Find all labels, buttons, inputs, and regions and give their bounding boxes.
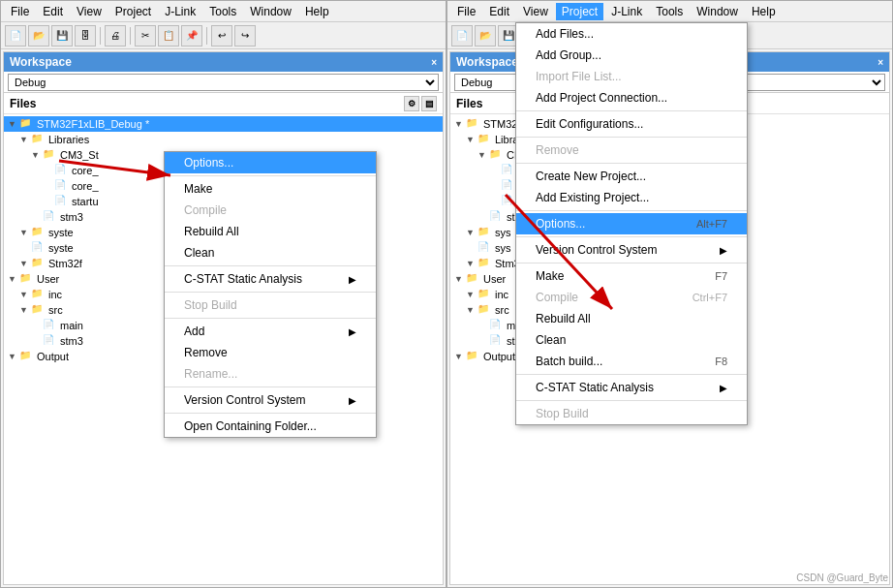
right-menu-window[interactable]: Window	[691, 3, 744, 20]
left-files-icon-config[interactable]: ⚙	[404, 96, 419, 111]
right-toolbar-new[interactable]: 📄	[451, 25, 473, 46]
left-toolbar-undo[interactable]: ↩	[211, 25, 232, 46]
left-menu-window[interactable]: Window	[244, 3, 297, 20]
dd-add-files[interactable]: Add Files...	[516, 23, 747, 45]
left-toolbar-new[interactable]: 📄	[5, 25, 26, 46]
dd-create-new-label: Create New Project...	[536, 170, 646, 183]
dd-cstat-arrow: ▶	[720, 383, 727, 393]
ctx-cstat[interactable]: C-STAT Static Analysis ▶	[165, 268, 376, 290]
ctx-add[interactable]: Add ▶	[165, 321, 376, 342]
ctx-open-folder[interactable]: Open Containing Folder...	[165, 416, 376, 437]
ctx-options-label: Options...	[184, 156, 233, 170]
tree-item-label: User	[483, 273, 506, 285]
right-toolbar-open[interactable]: 📂	[475, 25, 496, 46]
tree-item[interactable]: ▼ 📁 STM32F1xLIB_Debug *	[4, 116, 443, 132]
folder-icon: 📁	[477, 257, 493, 270]
left-toolbar-paste[interactable]: 📌	[181, 25, 202, 46]
dd-batch-build[interactable]: Batch build... F8	[516, 351, 747, 372]
dd-make[interactable]: Make F7	[516, 265, 747, 287]
tree-item-label: stm3	[60, 335, 83, 347]
tree-expand-icon: ▼	[8, 352, 19, 361]
ctx-sep1	[165, 175, 376, 176]
folder-icon: 📁	[477, 133, 493, 146]
left-menu-jlink[interactable]: J-Link	[159, 3, 201, 20]
left-toolbar-cut[interactable]: ✂	[135, 25, 156, 46]
folder-icon: 📁	[43, 148, 58, 162]
left-menu-file[interactable]: File	[5, 3, 35, 20]
ctx-clean[interactable]: Clean	[165, 242, 376, 263]
left-toolbar-print[interactable]: 🖨	[105, 25, 126, 46]
dd-add-project-conn[interactable]: Add Project Connection...	[516, 87, 747, 108]
dd-edit-configs[interactable]: Edit Configurations...	[516, 113, 747, 135]
ide-container: File Edit View Project J-Link Tools Wind…	[0, 0, 893, 588]
left-toolbar-saveall[interactable]: 🗄	[75, 25, 96, 46]
tree-item-label: Libraries	[48, 134, 89, 145]
file-icon: 📄	[54, 195, 70, 208]
right-menu-file[interactable]: File	[451, 3, 481, 20]
ctx-make[interactable]: Make	[165, 178, 376, 200]
dd-compile-label: Compile	[536, 291, 578, 304]
left-debug-select[interactable]: Debug	[8, 74, 439, 91]
ctx-remove[interactable]: Remove	[165, 342, 376, 363]
right-menu-edit[interactable]: Edit	[483, 3, 515, 20]
right-menu-jlink[interactable]: J-Link	[605, 3, 648, 20]
folder-icon: 📁	[19, 117, 35, 131]
ctx-rebuild-all[interactable]: Rebuild All	[165, 221, 376, 242]
right-menu-tools[interactable]: Tools	[650, 3, 689, 20]
left-toolbar-open[interactable]: 📂	[28, 25, 49, 46]
ctx-rebuild-all-label: Rebuild All	[184, 225, 239, 238]
left-menu-edit[interactable]: Edit	[37, 3, 69, 20]
right-menu-project[interactable]: Project	[556, 3, 603, 20]
dd-rebuild-all[interactable]: Rebuild All	[516, 308, 747, 329]
dd-make-label: Make	[536, 269, 564, 283]
left-debug-dropdown: Debug	[4, 72, 443, 93]
folder-icon: 📁	[31, 303, 46, 317]
left-files-icon-expand[interactable]: ▤	[421, 96, 437, 111]
right-menu-help[interactable]: Help	[746, 3, 782, 20]
dd-create-new[interactable]: Create New Project...	[516, 166, 747, 187]
dd-cstat[interactable]: C-STAT Static Analysis ▶	[516, 377, 747, 398]
dd-edit-configs-label: Edit Configurations...	[536, 117, 643, 131]
dd-add-project-conn-label: Add Project Connection...	[536, 91, 667, 105]
dd-remove-label: Remove	[536, 143, 579, 157]
ctx-sep3	[165, 292, 376, 293]
dd-options-shortcut: Alt+F7	[696, 218, 727, 230]
left-workspace-label: Workspace	[10, 55, 72, 69]
tree-item-label: CM3_St	[60, 149, 99, 161]
file-icon: 📄	[54, 179, 70, 193]
dd-sep5	[516, 236, 747, 237]
tree-item-label: User	[37, 273, 59, 285]
folder-icon: 📁	[31, 133, 46, 146]
dd-add-existing-label: Add Existing Project...	[536, 191, 649, 204]
left-toolbar-copy[interactable]: 📋	[158, 25, 179, 46]
folder-icon: 📁	[466, 117, 481, 131]
tree-item-label: inc	[48, 289, 62, 300]
right-workspace-close[interactable]: ×	[878, 57, 883, 68]
left-menu-project[interactable]: Project	[109, 3, 157, 20]
ctx-rename-label: Rename...	[184, 367, 237, 381]
dd-add-existing[interactable]: Add Existing Project...	[516, 187, 747, 208]
ctx-options[interactable]: Options...	[165, 152, 376, 173]
left-toolbar-redo[interactable]: ↪	[234, 25, 256, 46]
dd-options[interactable]: Options... Alt+F7	[516, 213, 747, 234]
file-icon: 📄	[489, 319, 505, 332]
dd-vcs[interactable]: Version Control System ▶	[516, 239, 747, 261]
ctx-vcs[interactable]: Version Control System ▶	[165, 389, 376, 411]
dd-import-file-list: Import File List...	[516, 66, 747, 87]
tree-expand-icon: ▼	[19, 228, 31, 237]
right-menu-view[interactable]: View	[517, 3, 554, 20]
tree-item-label: core_	[72, 165, 99, 176]
left-menu-tools[interactable]: Tools	[203, 3, 242, 20]
tree-item[interactable]: ▼ 📁 Libraries	[4, 132, 443, 147]
left-toolbar-save[interactable]: 💾	[51, 25, 73, 46]
tree-expand-icon: ▼	[466, 135, 477, 144]
folder-icon: 📁	[31, 288, 46, 301]
dd-add-group[interactable]: Add Group...	[516, 45, 747, 66]
left-menu-help[interactable]: Help	[299, 3, 335, 20]
dd-sep6	[516, 263, 747, 263]
left-workspace-close[interactable]: ×	[431, 57, 437, 68]
ctx-compile: Compile	[165, 200, 376, 221]
tree-item-label: Stm32f	[48, 258, 82, 269]
dd-clean[interactable]: Clean	[516, 329, 747, 351]
left-menu-view[interactable]: View	[71, 3, 108, 20]
